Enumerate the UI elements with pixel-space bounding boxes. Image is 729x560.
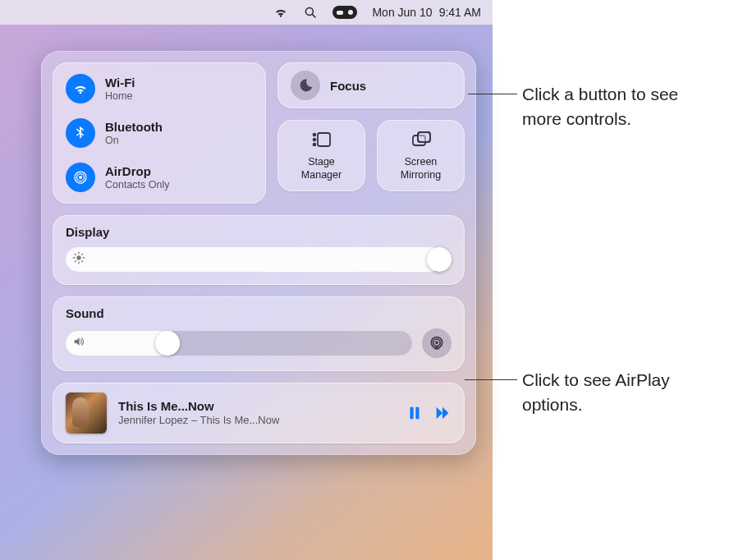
stage-manager-label: StageManager — [301, 156, 342, 181]
screen-mirroring-button[interactable]: ScreenMirroring — [377, 120, 465, 191]
bluetooth-toggle[interactable]: Bluetooth On — [66, 118, 253, 148]
svg-point-12 — [76, 255, 80, 259]
brightness-slider[interactable] — [66, 247, 452, 272]
wifi-title: Wi-Fi — [105, 76, 135, 90]
wifi-status: Home — [105, 90, 135, 103]
moon-icon — [291, 71, 320, 100]
focus-button[interactable]: Focus — [277, 62, 465, 108]
menubar-date[interactable]: Mon Jun 10 — [372, 6, 432, 19]
svg-rect-24 — [410, 407, 414, 420]
now-playing-card[interactable]: This Is Me...Now Jennifer Lopez – This I… — [53, 383, 465, 443]
svg-point-6 — [313, 139, 315, 141]
now-playing-title: This Is Me...Now — [118, 398, 394, 415]
svg-point-21 — [435, 341, 438, 344]
connectivity-card: Wi-Fi Home Bluetooth On AirDrop — [53, 62, 266, 204]
svg-point-5 — [313, 134, 315, 136]
display-card: Display — [53, 215, 465, 285]
stage-manager-icon — [310, 128, 333, 151]
airdrop-icon — [66, 163, 95, 192]
display-title: Display — [66, 225, 452, 239]
volume-slider[interactable] — [66, 331, 412, 356]
focus-label: Focus — [330, 79, 366, 93]
svg-rect-10 — [418, 132, 430, 142]
svg-rect-8 — [318, 133, 330, 146]
pause-button[interactable] — [406, 404, 424, 422]
stage-manager-button[interactable]: StageManager — [277, 120, 365, 191]
control-center-panel: Wi-Fi Home Bluetooth On AirDrop — [41, 51, 476, 455]
airplay-icon — [429, 335, 445, 351]
airdrop-status: Contacts Only — [105, 179, 170, 191]
bluetooth-icon — [66, 118, 95, 148]
spotlight-icon[interactable] — [303, 5, 318, 20]
brightness-icon — [72, 251, 85, 268]
svg-line-17 — [75, 254, 76, 255]
wifi-toggle[interactable]: Wi-Fi Home — [66, 74, 253, 103]
speaker-icon — [72, 335, 85, 351]
callout-focus: Click a button to see more controls. — [522, 82, 719, 132]
wifi-icon — [66, 74, 95, 103]
svg-line-20 — [82, 254, 83, 255]
bluetooth-title: Bluetooth — [105, 120, 163, 135]
sound-title: Sound — [66, 306, 452, 320]
svg-point-7 — [313, 144, 315, 146]
bluetooth-status: On — [105, 135, 163, 147]
callout-airplay: Click to see AirPlay options. — [522, 368, 686, 418]
airdrop-toggle[interactable]: AirDrop Contacts Only — [66, 163, 253, 192]
album-artwork — [66, 392, 107, 434]
svg-point-2 — [79, 176, 82, 179]
screen-mirroring-icon — [410, 128, 433, 151]
svg-rect-25 — [415, 407, 419, 420]
menu-bar: Mon Jun 10 9:41 AM — [0, 0, 493, 25]
now-playing-subtitle: Jennifer Lopez – This Is Me...Now — [118, 414, 394, 428]
airdrop-title: AirDrop — [105, 164, 170, 179]
svg-line-1 — [313, 14, 316, 17]
sound-card: Sound — [53, 296, 465, 371]
control-center-icon[interactable] — [332, 6, 357, 19]
airplay-audio-button[interactable] — [422, 328, 452, 358]
next-track-button[interactable] — [433, 404, 452, 422]
menubar-time[interactable]: 9:41 AM — [439, 6, 481, 19]
screen-mirroring-label: ScreenMirroring — [401, 156, 441, 181]
wifi-status-icon[interactable] — [273, 5, 288, 20]
svg-line-19 — [75, 261, 76, 262]
svg-line-18 — [82, 261, 83, 262]
